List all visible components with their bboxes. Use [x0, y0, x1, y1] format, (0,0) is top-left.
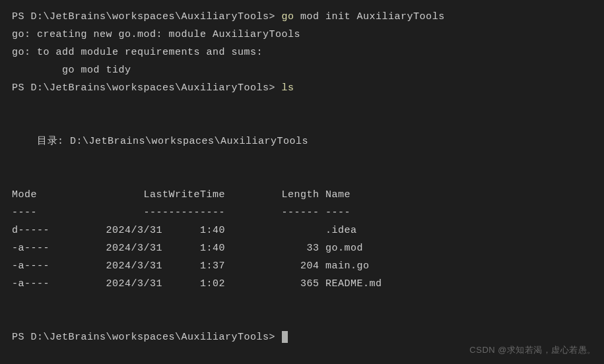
table-row: -a---- 2024/3/31 1:02 365 README.md — [12, 275, 592, 293]
command-args: mod init AuxiliaryTools — [294, 11, 445, 22]
table-row: d----- 2024/3/31 1:40 .idea — [12, 222, 592, 239]
blank-line — [12, 115, 592, 133]
table-divider: ---- ------------- ------ ---- — [12, 204, 592, 222]
blank-line — [12, 150, 592, 168]
blank-line — [12, 293, 592, 311]
output-line: go: to add module requirements and sums: — [12, 44, 592, 61]
table-row: -a---- 2024/3/31 1:37 204 main.go — [12, 257, 592, 275]
blank-line — [12, 311, 592, 328]
table-row: -a---- 2024/3/31 1:40 33 go.mod — [12, 239, 592, 257]
ls-command: ls — [282, 82, 294, 94]
ps-prompt: PS D:\JetBrains\workspaces\AuxiliaryTool… — [12, 332, 282, 343]
table-header: Mode LastWriteTime Length Name — [12, 186, 592, 204]
command-line-1: PS D:\JetBrains\workspaces\AuxiliaryTool… — [12, 8, 592, 26]
directory-header: 目录: D:\JetBrains\workspaces\AuxiliaryToo… — [12, 133, 592, 150]
output-line: go mod tidy — [12, 61, 592, 79]
ps-prompt: PS D:\JetBrains\workspaces\AuxiliaryTool… — [12, 82, 282, 94]
ps-prompt: PS D:\JetBrains\workspaces\AuxiliaryTool… — [12, 11, 282, 22]
terminal[interactable]: PS D:\JetBrains\workspaces\AuxiliaryTool… — [12, 8, 592, 346]
blank-line — [12, 97, 592, 115]
command-line-2: PS D:\JetBrains\workspaces\AuxiliaryTool… — [12, 79, 592, 97]
output-line: go: creating new go.mod: module Auxiliar… — [12, 26, 592, 44]
cursor — [282, 331, 288, 343]
go-command: go — [282, 11, 294, 22]
watermark-text: CSDN @求知若渴，虚心若愚。 — [469, 342, 596, 357]
blank-line — [12, 168, 592, 186]
